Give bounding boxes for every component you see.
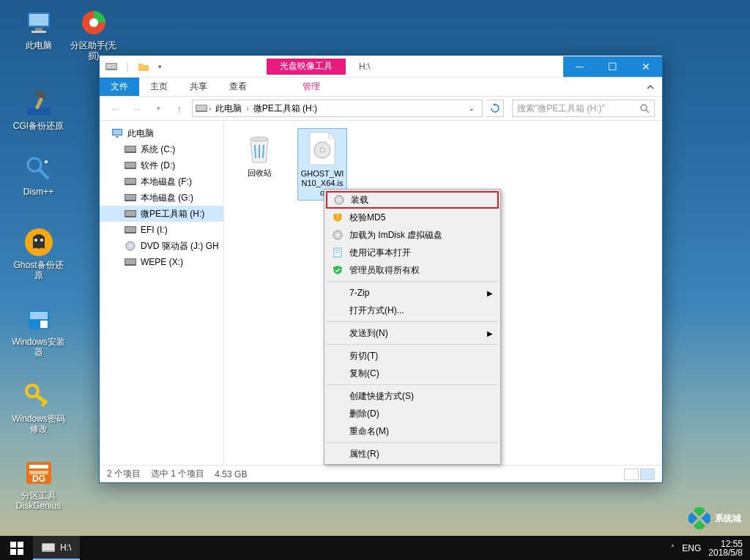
svg-rect-64	[694, 520, 705, 529]
menu-icon	[332, 390, 344, 402]
menu-icon	[332, 229, 344, 241]
menu-item[interactable]: !校验MD5	[326, 209, 499, 226]
svg-rect-41	[125, 195, 135, 200]
start-button[interactable]	[0, 536, 33, 560]
desktop-icon-this-pc[interactable]: 此电脑	[11, 7, 66, 51]
breadcrumb-root[interactable]: 此电脑	[212, 102, 245, 115]
view-details-button[interactable]	[624, 468, 639, 480]
svg-rect-2	[35, 28, 42, 31]
taskbar-item-explorer[interactable]: H:\	[33, 536, 80, 560]
tab-share[interactable]: 共享	[179, 78, 218, 96]
file-recycle-bin[interactable]: 回收站	[234, 128, 284, 180]
menu-icon	[332, 367, 344, 379]
close-button[interactable]: ✕	[629, 56, 662, 77]
tree-item[interactable]: 本地磁盘 (F:)	[100, 173, 223, 190]
qat-dropdown-icon[interactable]: ▾	[154, 61, 166, 72]
tab-home[interactable]: 主页	[139, 78, 179, 96]
desktop-icon-diskgenius[interactable]: DG 分区工具DiskGenius	[11, 458, 66, 511]
menu-item[interactable]: 属性(R)	[326, 445, 499, 463]
key-icon	[23, 381, 54, 411]
clock[interactable]: 12:55 2018/5/8	[708, 540, 743, 557]
menu-item[interactable]: 打开方式(H)...	[326, 302, 499, 319]
svg-rect-68	[18, 549, 23, 555]
menu-item[interactable]: 加载为 ImDisk 虚拟磁盘	[326, 226, 499, 244]
ime-indicator[interactable]: ENG	[682, 543, 701, 553]
menu-item[interactable]: 使用记事本打开	[326, 244, 499, 261]
tree-this-pc[interactable]: 此电脑	[100, 125, 223, 141]
back-button[interactable]: ←	[107, 100, 125, 117]
search-icon[interactable]	[639, 103, 650, 113]
menu-item[interactable]: 7-Zip▶	[326, 284, 499, 302]
folder-icon[interactable]	[138, 61, 149, 72]
recycle-bin-icon	[242, 130, 277, 165]
desktop-icon-dism[interactable]: Dism++	[11, 154, 66, 197]
desktop-icon-ghost-backup[interactable]: Ghost备份还原	[11, 227, 66, 280]
svg-point-50	[250, 137, 268, 141]
tree-item[interactable]: EFI (I:)	[100, 222, 223, 238]
status-selection: 选中 1 个项目	[151, 468, 204, 480]
tree-item[interactable]: 微PE工具箱 (H:)	[100, 206, 223, 222]
navigation-pane: 此电脑 系统 (C:)软件 (D:)本地磁盘 (F:)本地磁盘 (G:)微PE工…	[100, 121, 224, 465]
desktop-icon-windows-installer[interactable]: Windows安装器	[11, 304, 66, 357]
tab-manage[interactable]: 管理	[292, 78, 331, 96]
desktop-icon-partition-assistant[interactable]: 分区助手(无损)	[66, 7, 121, 61]
svg-rect-43	[125, 211, 135, 216]
search-box[interactable]: 搜索"微PE工具箱 (H:)"	[512, 100, 655, 117]
tree-item[interactable]: 软件 (D:)	[100, 157, 223, 173]
menu-item[interactable]: 创建快捷方式(S)	[326, 387, 499, 405]
svg-rect-45	[125, 227, 135, 232]
tree-item[interactable]: DVD 驱动器 (J:) GH	[100, 238, 223, 254]
tree-item[interactable]: WEPE (X:)	[100, 254, 223, 270]
context-tab-title: 光盘映像工具	[267, 59, 346, 75]
svg-text:!: !	[336, 212, 338, 222]
svg-rect-17	[40, 321, 48, 328]
hammer-icon	[23, 88, 54, 119]
drive-icon	[196, 104, 207, 113]
maximize-button[interactable]: ☐	[596, 56, 629, 77]
tab-view[interactable]: 查看	[218, 78, 258, 96]
svg-point-47	[130, 245, 132, 247]
svg-rect-22	[29, 465, 48, 468]
desktop-icon-cgi-backup[interactable]: CGI备份还原	[11, 88, 66, 131]
view-icons-button[interactable]	[640, 468, 655, 480]
recent-dropdown[interactable]: ▾	[149, 100, 167, 117]
chevron-right-icon: ▶	[487, 289, 493, 297]
menu-item[interactable]: 删除(D)	[326, 405, 499, 422]
tab-file[interactable]: 文件	[100, 78, 139, 96]
forward-button[interactable]: →	[128, 100, 146, 117]
menu-item[interactable]: 装载	[326, 191, 499, 209]
system-tray: ˄ ENG 12:55 2018/5/8	[664, 540, 750, 557]
status-size: 4.53 GB	[215, 469, 247, 479]
drive-icon	[125, 160, 136, 171]
breadcrumb-dropdown[interactable]: ⌄	[464, 105, 479, 112]
menu-item[interactable]: 剪切(T)	[326, 347, 499, 365]
svg-rect-6	[27, 108, 51, 115]
desktop-icon-windows-password[interactable]: Windows密码修改	[11, 381, 66, 434]
up-button[interactable]: ↑	[171, 100, 188, 117]
minimize-button[interactable]: ─	[563, 56, 596, 77]
breadcrumb[interactable]: › 此电脑 › 微PE工具箱 (H:) ⌄	[192, 100, 483, 117]
svg-rect-33	[116, 136, 119, 138]
menu-item[interactable]: 复制(C)	[326, 365, 499, 382]
menu-item[interactable]: 发送到(N)▶	[326, 324, 499, 342]
tree-item[interactable]: 系统 (C:)	[100, 141, 223, 157]
menu-item[interactable]: 重命名(M)	[326, 422, 499, 440]
svg-line-30	[646, 110, 649, 113]
menu-icon	[332, 448, 344, 460]
partition-icon	[78, 7, 109, 38]
svg-rect-62	[701, 512, 710, 524]
svg-rect-70	[42, 544, 54, 550]
svg-point-29	[641, 105, 647, 111]
drive-icon	[125, 192, 136, 204]
chevron-right-icon[interactable]: ›	[246, 105, 248, 113]
refresh-button[interactable]	[486, 100, 504, 117]
menu-item[interactable]: 管理员取得所有权	[326, 261, 499, 279]
svg-rect-65	[10, 542, 16, 548]
breadcrumb-path[interactable]: 微PE工具箱 (H:)	[250, 102, 320, 115]
tray-up-icon[interactable]: ˄	[671, 544, 675, 552]
menu-icon	[332, 287, 344, 299]
menu-icon	[332, 350, 344, 362]
chevron-right-icon[interactable]: ›	[209, 105, 211, 113]
tree-item[interactable]: 本地磁盘 (G:)	[100, 190, 223, 206]
ribbon-collapse-icon[interactable]	[639, 78, 662, 96]
